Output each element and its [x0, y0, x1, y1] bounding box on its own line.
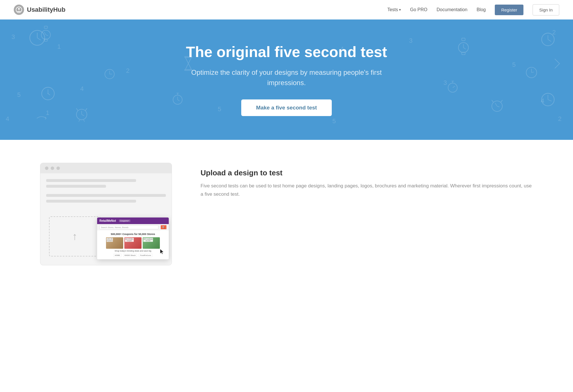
svg-point-9 — [105, 69, 114, 79]
hero-subtitle: Optimize the clarity of your designs by … — [189, 67, 384, 88]
svg-line-22 — [79, 120, 80, 121]
svg-line-21 — [85, 109, 87, 111]
svg-point-49 — [492, 101, 503, 111]
skeleton-line-1 — [46, 179, 136, 182]
inner-ss-search-btn: 🔍 — [161, 225, 166, 229]
svg-point-1 — [18, 8, 20, 10]
upload-arrow-icon: ↑ — [72, 230, 77, 242]
upload-heading: Upload a design to test — [201, 168, 533, 177]
inner-ss-products: 10% OffFurniture $15 Off $60+Coupon $25 … — [99, 237, 166, 249]
svg-line-23 — [84, 120, 85, 121]
coupon-tag: Coupons+ — [119, 219, 130, 222]
navbar: UsabilityHub Tests Go PRO Documentation … — [0, 0, 573, 19]
inner-ss-product-3: $25 CertificateFor 30+ — [143, 237, 160, 249]
svg-point-26 — [542, 33, 554, 46]
svg-point-2 — [30, 30, 45, 45]
browser-bar — [40, 163, 172, 173]
inner-logo-3: FoodForLess — [139, 254, 152, 257]
cursor-icon — [160, 248, 165, 256]
browser-dot-1 — [45, 166, 48, 170]
logo-text: UsabilityHub — [27, 6, 65, 13]
svg-point-6 — [48, 93, 49, 94]
svg-point-5 — [42, 87, 54, 100]
inner-ss-tagline: Shop today's trending deals and save big — [99, 250, 166, 252]
inner-ss-nav: Search Stores, Names, Brands 🔍 — [97, 224, 169, 230]
svg-line-44 — [46, 35, 48, 36]
inner-ss-search: Search Stores, Names, Brands — [99, 225, 158, 229]
register-button[interactable]: Register — [495, 5, 523, 15]
inner-ss-hero-title: 500,000+ Coupons for 50,000 Stores — [99, 233, 166, 236]
svg-point-36 — [458, 43, 468, 53]
inner-logo-2: RADIO Shack — [123, 254, 137, 257]
logo-icon — [14, 5, 24, 15]
svg-line-39 — [464, 48, 466, 49]
svg-line-50 — [495, 103, 497, 106]
browser-content: ↑ RetailMeNot Coupons+ Search Stores, Na… — [40, 173, 172, 265]
svg-line-31 — [531, 72, 534, 72]
svg-rect-40 — [44, 26, 47, 28]
svg-line-8 — [48, 94, 50, 95]
nav-documentation[interactable]: Documentation — [437, 7, 468, 12]
svg-line-43 — [44, 32, 46, 35]
svg-line-48 — [453, 86, 455, 88]
browser-dot-2 — [51, 166, 54, 170]
inner-brand-logo: RetailMeNot — [99, 219, 116, 222]
upload-body: Five second tests can be used to test ho… — [201, 182, 533, 199]
svg-point-45 — [448, 83, 457, 92]
nav-links: Tests Go PRO Documentation Blog Register… — [387, 4, 559, 15]
inner-screenshot: RetailMeNot Coupons+ Search Stores, Name… — [97, 217, 169, 259]
inner-ss-product-1: 10% OffFurniture — [106, 237, 123, 249]
svg-line-34 — [548, 100, 552, 101]
browser-mockup-wrap: ↑ RetailMeNot Coupons+ Search Stores, Na… — [40, 163, 178, 265]
skeleton-line-2 — [46, 185, 106, 188]
hero-section: 3 5 4 1 4 2 5 5 3 5 4 2 2 3 4 1 — [0, 19, 573, 140]
svg-line-4 — [37, 38, 41, 40]
svg-line-20 — [76, 109, 78, 111]
svg-rect-42 — [44, 39, 47, 41]
browser-dot-3 — [56, 166, 60, 170]
nav-tests[interactable]: Tests — [387, 7, 401, 12]
svg-point-12 — [173, 95, 182, 104]
svg-point-29 — [526, 67, 537, 78]
svg-point-41 — [41, 30, 50, 40]
inner-logo-1: HOME — [113, 254, 121, 257]
svg-point-32 — [542, 93, 554, 106]
skeleton-line-4 — [46, 200, 136, 203]
svg-point-17 — [76, 109, 87, 120]
svg-line-52 — [492, 100, 493, 102]
signin-button[interactable]: Sign In — [533, 4, 559, 15]
hero-title: The original five second test — [186, 43, 387, 60]
make-test-button[interactable]: Make a five second test — [241, 99, 332, 116]
inner-ss-header: RetailMeNot Coupons+ — [97, 217, 169, 224]
upload-zone[interactable]: ↑ — [49, 216, 101, 256]
nav-blog[interactable]: Blog — [476, 7, 486, 12]
svg-line-53 — [501, 100, 502, 102]
browser-mockup: ↑ RetailMeNot Coupons+ Search Stores, Na… — [40, 163, 172, 265]
svg-line-28 — [548, 40, 551, 42]
svg-rect-37 — [462, 52, 465, 55]
nav-gopro[interactable]: Go PRO — [410, 7, 427, 12]
svg-line-19 — [82, 115, 84, 116]
site-logo[interactable]: UsabilityHub — [14, 5, 65, 15]
inner-ss-logos: HOME RADIO Shack FoodForLess — [99, 254, 166, 257]
svg-line-16 — [178, 100, 179, 101]
inner-ss-product-2: $15 Off $60+Coupon — [124, 237, 142, 249]
upload-text-block: Upload a design to test Five second test… — [201, 163, 533, 199]
search-placeholder-text: Search Stores, Names, Brands — [101, 226, 129, 228]
svg-rect-35 — [462, 38, 465, 41]
svg-line-51 — [497, 106, 499, 107]
skeleton-line-3 — [46, 194, 166, 197]
inner-ss-hero-area: 500,000+ Coupons for 50,000 Stores 10% O… — [97, 230, 169, 259]
upload-section: ↑ RetailMeNot Coupons+ Search Stores, Na… — [0, 140, 573, 288]
